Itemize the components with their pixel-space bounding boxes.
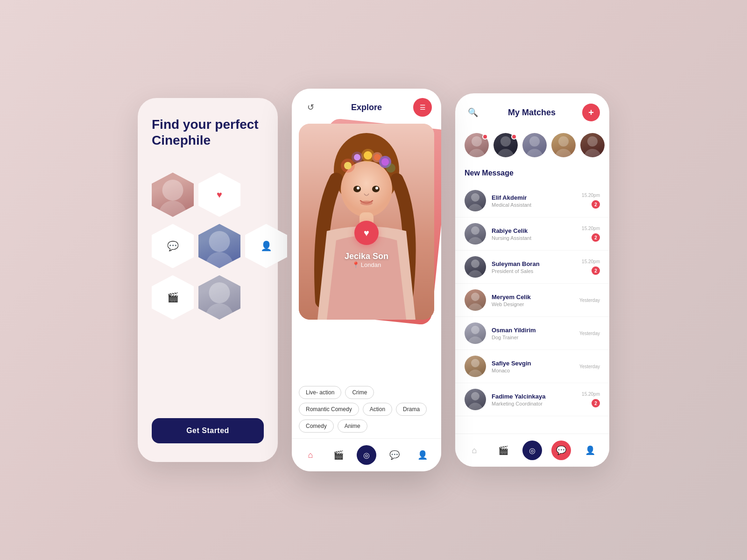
matches-nav-compass[interactable]: ◎ [522,441,542,460]
matches-nav-profile[interactable]: 👤 [580,441,600,460]
match-avatar-4[interactable] [551,133,576,157]
msg-time-2: 15.20pm [582,226,600,231]
online-dot-1 [482,134,488,140]
message-item-6[interactable]: Safiye Sevgin Monaco Yesterday [455,350,609,383]
matches-nav-film[interactable]: 🎬 [493,441,513,460]
hex-video-icon: 🎬 [152,275,194,320]
msg-info-1: Elif Akdemir Medical Assistant [492,194,582,208]
avatar-svg-5 [580,133,605,157]
title-line1: Find your perfect [152,117,259,132]
genre-tag-drama[interactable]: Drama [396,403,427,416]
explore-header: ↺ Explore ☰ [292,89,441,121]
svg-point-21 [472,136,482,147]
msg-role-6: Monaco [492,368,579,373]
msg-avatar-3 [465,256,486,278]
video-icon: 🎬 [167,292,179,303]
profile-card-area: ♥ Jecika Son 📍 Londan [299,124,434,376]
msg-badge-1: 2 [592,200,600,209]
message-item-2[interactable]: Rabiye Celik Nursing Assistant 15.20pm 2 [455,217,609,251]
msg-meta-3: 15.20pm 2 [582,259,600,275]
svg-point-38 [468,336,483,344]
svg-point-10 [344,162,352,169]
msg-avatar-6 [465,356,486,377]
svg-point-34 [468,270,483,278]
svg-point-31 [471,193,479,202]
svg-point-17 [357,187,359,189]
msg-time-4: Yesterday [579,298,600,303]
genre-tag-comedy[interactable]: Comedy [299,420,334,433]
match-avatar-2[interactable] [493,133,518,157]
message-item-5[interactable]: Osman Yildirim Dog Trainer Yesterday [455,317,609,350]
welcome-title: Find your perfect Cinephile [152,117,264,148]
nav-home-button[interactable]: ⌂ [301,445,320,465]
matches-nav-home[interactable]: ⌂ [465,441,484,460]
message-item-1[interactable]: Elif Akdemir Medical Assistant 15.20pm 2 [455,184,609,217]
matches-nav-chat[interactable]: 💬 [551,441,571,460]
hex-photo-3 [198,275,240,320]
message-item-4[interactable]: Meryem Celik Web Designer Yesterday [455,284,609,317]
match-avatar-5[interactable] [580,133,605,157]
nav-chat-button[interactable]: 💬 [385,445,404,465]
genre-tag-anime[interactable]: Anime [338,420,367,433]
like-button[interactable]: ♥ [354,221,379,245]
msg-avatar-2 [465,223,486,245]
search-button[interactable]: 🔍 [465,104,481,121]
svg-point-13 [374,154,381,161]
get-started-button[interactable]: Get Started [152,418,264,443]
compass-icon-matches: ◎ [529,446,536,455]
matches-title: My Matches [481,108,582,118]
msg-meta-5: Yesterday [579,331,600,336]
msg-meta-2: 15.20pm 2 [582,226,600,242]
explore-title: Explore [351,103,382,112]
match-avatar-1[interactable] [465,133,489,157]
msg-time-1: 15.20pm [582,193,600,198]
genre-tag-action[interactable]: Action [363,403,392,416]
message-item-7[interactable]: Fadime Yalcinkaya Marketing Coordinator … [455,383,609,416]
msg-name-6: Safiye Sevgin [492,360,579,367]
profile-icon-matches: 👤 [585,445,595,455]
msg-info-7: Fadime Yalcinkaya Marketing Coordinator [492,393,582,406]
nav-film-button[interactable]: 🎬 [329,445,348,465]
card-profile-info: Jecika Son 📍 Londan [345,252,388,268]
person-icon: 👤 [261,240,272,252]
genre-tag-crime[interactable]: Crime [345,386,374,399]
chat-icon: 💬 [167,240,179,252]
screen1-welcome: Find your perfect Cinephile ♥ 💬 [138,98,278,462]
hex-person-icon: 👤 [245,224,287,268]
svg-point-14 [381,158,389,166]
msg-role-3: President of Sales [492,268,582,274]
msg-meta-6: Yesterday [579,364,600,369]
location-text: Londan [361,261,381,268]
heart-icon: ♥ [217,189,222,200]
msg-info-2: Rabiye Celik Nursing Assistant [492,227,582,241]
msg-avatar-1 [465,190,486,211]
svg-point-27 [558,136,569,147]
msg-name-7: Fadime Yalcinkaya [492,393,582,400]
svg-point-25 [529,136,540,147]
nav-compass-button[interactable]: ◎ [357,445,376,465]
filter-button[interactable]: ☰ [413,98,432,117]
nav-profile-button[interactable]: 👤 [413,445,432,465]
message-item-3[interactable]: Suleyman Boran President of Sales 15.20p… [455,251,609,284]
home-icon-matches: ⌂ [472,446,477,455]
hex-photo-1 [152,173,194,217]
add-icon: + [588,107,594,118]
genre-tags-container: Live- action Crime Romantic Comedy Actio… [292,380,441,438]
msg-name-1: Elif Akdemir [492,194,582,201]
match-avatar-3[interactable] [522,133,547,157]
matches-header: 🔍 My Matches + [455,93,609,128]
msg-badge-2: 2 [592,233,600,242]
film-icon: 🎬 [333,450,344,460]
svg-point-26 [555,149,572,157]
refresh-button[interactable]: ↺ [301,98,320,117]
genre-tag-romantic-comedy[interactable]: Romantic Comedy [299,403,359,416]
svg-point-12 [364,151,372,160]
add-match-button[interactable]: + [582,104,600,121]
msg-badge-3: 2 [592,266,600,275]
msg-role-1: Medical Assistant [492,202,582,208]
screens-container: Find your perfect Cinephile ♥ 💬 [138,89,609,471]
hex-chat-icon: 💬 [152,224,194,268]
genre-tag-live-action[interactable]: Live- action [299,386,341,399]
msg-time-7: 15.20pm [582,392,600,397]
profile-name: Jecika Son [345,252,388,261]
